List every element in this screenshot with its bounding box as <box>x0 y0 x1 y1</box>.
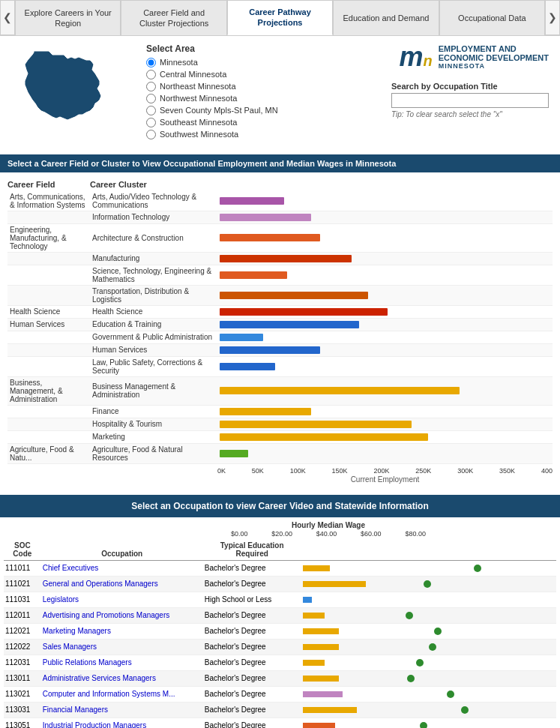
cluster-cell: Finance <box>90 406 217 417</box>
cluster-cell: Arts, Audio/Video Technology & Communica… <box>90 191 217 211</box>
chart-row[interactable]: Information Technology <box>7 211 553 224</box>
bar-cell <box>217 418 553 430</box>
education-cell: Bachelor's Degree <box>203 670 301 686</box>
cluster-cell: Law, Public Safety, Corrections & Securi… <box>90 357 217 376</box>
career-field-cell: Business, Management, & Administration <box>7 377 90 405</box>
table-row[interactable]: 113011Administrative Services ManagersBa… <box>4 670 556 686</box>
occ-section-header: Select an Occupation to view Career Vide… <box>0 495 560 517</box>
occ-table-wrap: Hourly Median Wage $0.00 $20.00 $40.00 $… <box>0 517 560 728</box>
table-row[interactable]: 112022Sales ManagersBachelor's Degree <box>4 639 556 655</box>
prev-arrow[interactable]: ❮ <box>0 0 15 35</box>
occupation-cell[interactable]: Administrative Services Managers <box>41 670 203 686</box>
cluster-cell: Science, Technology, Engineering & Mathe… <box>90 265 217 285</box>
region-northwest[interactable]: Northwest Minnesota <box>146 94 376 103</box>
chart-row[interactable]: Human Services <box>7 344 553 357</box>
tab-pathway[interactable]: Career Pathway Projections <box>227 0 333 35</box>
tab-cluster[interactable]: Career Field and Cluster Projections <box>121 0 226 35</box>
occupation-cell[interactable]: Financial Managers <box>41 702 203 718</box>
bar-cell <box>217 269 553 281</box>
occupation-table: SOCCode Occupation Typical EducationRequ… <box>4 539 556 728</box>
occupation-cell[interactable]: Sales Managers <box>41 639 203 655</box>
bar <box>220 255 352 262</box>
tab-explore[interactable]: Explore Careers in Your Region <box>15 0 121 35</box>
occupation-cell[interactable]: Marketing Managers <box>41 623 203 639</box>
region-seven-county[interactable]: Seven County Mpls-St Paul, MN <box>146 106 376 115</box>
wage-cell <box>301 639 556 655</box>
next-arrow[interactable]: ❯ <box>545 0 560 35</box>
bar-cell <box>217 211 553 223</box>
wage-bar <box>303 597 312 603</box>
chart-row[interactable]: Finance <box>7 406 553 418</box>
wage-dot <box>447 691 454 698</box>
wage-dot <box>429 643 436 651</box>
search-label: Search by Occupation Title <box>391 82 549 91</box>
wage-bar-container <box>303 689 555 700</box>
table-row[interactable]: 111021General and Operations ManagersBac… <box>4 576 556 592</box>
region-minnesota[interactable]: Minnesota <box>146 58 376 67</box>
career-field-cell: Engineering, Manufacturing, & Technology <box>7 224 90 252</box>
table-row[interactable]: 112021Marketing ManagersBachelor's Degre… <box>4 623 556 639</box>
chart-row[interactable]: Marketing <box>7 431 553 444</box>
chart-row[interactable]: Agriculture, Food & Natu...Agriculture, … <box>7 444 553 464</box>
cluster-cell: Human Services <box>90 344 217 355</box>
wage-bar <box>303 581 366 587</box>
wage-dot <box>474 565 481 572</box>
soc-code-cell: 112021 <box>4 623 41 639</box>
chart-row[interactable]: Law, Public Safety, Corrections & Securi… <box>7 357 553 377</box>
career-field-cell <box>7 423 90 426</box>
table-row[interactable]: 113021Computer and Information Systems M… <box>4 686 556 702</box>
soc-code-cell: 111031 <box>4 592 41 607</box>
region-southeast[interactable]: Southeast Minnesota <box>146 118 376 127</box>
chart-row[interactable]: Government & Public Administration <box>7 331 553 344</box>
table-row[interactable]: 113051Industrial Production ManagersBach… <box>4 718 556 728</box>
table-row[interactable]: 111011Chief ExecutivesBachelor's Degree <box>4 560 556 576</box>
table-row[interactable]: 112031Public Relations ManagersBachelor'… <box>4 655 556 670</box>
career-field-cell <box>7 216 90 219</box>
table-row[interactable]: 112011Advertising and Promotions Manager… <box>4 607 556 623</box>
soc-code-cell: 112031 <box>4 655 41 670</box>
bar-cell <box>217 195 553 207</box>
chart-row[interactable]: Hospitality & Tourism <box>7 418 553 431</box>
occupation-cell[interactable]: General and Operations Managers <box>41 576 203 592</box>
chart-row[interactable]: Transportation, Distribution & Logistics <box>7 286 553 306</box>
region-northeast[interactable]: Northeast Minnesota <box>146 82 376 91</box>
wage-cell <box>301 718 556 728</box>
table-row[interactable]: 111031LegislatorsHigh School or Less <box>4 592 556 607</box>
chart-row[interactable]: Engineering, Manufacturing, & Technology… <box>7 224 553 253</box>
occupation-cell[interactable]: Public Relations Managers <box>41 655 203 670</box>
chart-row[interactable]: Business, Management, & AdministrationBu… <box>7 377 553 406</box>
wage-bar <box>303 691 343 697</box>
wage-bar <box>303 707 357 713</box>
wage-cell <box>301 702 556 718</box>
occupation-cell[interactable]: Legislators <box>41 592 203 607</box>
chart-row[interactable]: Arts, Communications, & Information Syst… <box>7 191 553 211</box>
chart-row[interactable]: Science, Technology, Engineering & Mathe… <box>7 265 553 286</box>
occupation-cell[interactable]: Computer and Information Systems M... <box>41 686 203 702</box>
occupation-cell[interactable]: Chief Executives <box>41 560 203 576</box>
tab-education[interactable]: Education and Demand <box>333 0 439 35</box>
logo-icon: mn <box>399 43 432 70</box>
wage-cell <box>301 592 556 607</box>
search-tip: Tip: To clear search select the "x" <box>391 110 549 118</box>
bar-cell <box>217 431 553 443</box>
region-central[interactable]: Central Minnesota <box>146 70 376 79</box>
wage-cell <box>301 607 556 623</box>
wage-bar <box>303 644 339 650</box>
bar <box>220 271 287 279</box>
cluster-cell: Marketing <box>90 431 217 442</box>
chart-section-header: Select a Career Field or Cluster to View… <box>0 154 560 172</box>
chart-row[interactable]: Manufacturing <box>7 253 553 265</box>
table-row[interactable]: 113031Financial ManagersBachelor's Degre… <box>4 702 556 718</box>
region-radio-group: Minnesota Central Minnesota Northeast Mi… <box>146 58 376 139</box>
wage-cell <box>301 560 556 576</box>
tab-occupational[interactable]: Occupational Data <box>439 0 545 35</box>
chart-row[interactable]: Human ServicesEducation & Training <box>7 319 553 331</box>
bar <box>220 292 368 299</box>
bar <box>220 308 388 316</box>
occupation-cell[interactable]: Advertising and Promotions Managers <box>41 607 203 623</box>
search-input[interactable] <box>391 93 549 108</box>
chart-row[interactable]: Health ScienceHealth Science <box>7 306 553 319</box>
bar <box>220 334 263 341</box>
occupation-cell[interactable]: Industrial Production Managers <box>41 718 203 728</box>
region-southwest[interactable]: Southwest Minnesota <box>146 130 376 139</box>
